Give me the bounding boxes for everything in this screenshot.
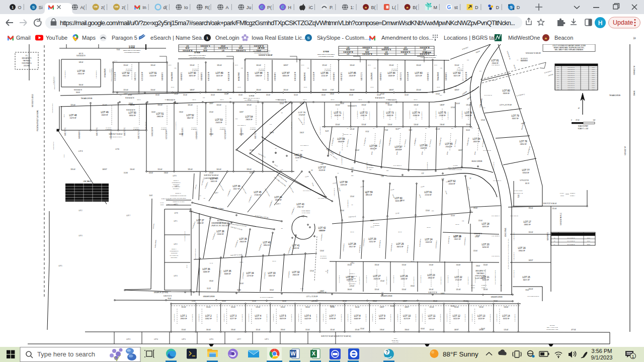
svg-text:N 00°32'38" E: N 00°32'38" E <box>464 314 466 321</box>
svg-text:13376 SF: 13376 SF <box>340 184 347 186</box>
svg-text:12.57': 12.57' <box>587 244 591 245</box>
svg-text:24118 SF: 24118 SF <box>478 318 485 320</box>
svg-text:N 00°32'38" E: N 00°32'38" E <box>415 314 417 321</box>
svg-text:115.00': 115.00' <box>389 64 394 66</box>
svg-text:70.00': 70.00' <box>437 86 440 88</box>
svg-text:125.00': 125.00' <box>192 300 196 302</box>
svg-text:S 89°27'22" E 115.00': S 89°27'22" E 115.00' <box>527 296 539 297</box>
svg-text:18607 SF: 18607 SF <box>187 117 193 119</box>
svg-text:UTILITIES: UTILITIES <box>24 65 30 67</box>
svg-text:S 00°32'38" W: S 00°32'38" W <box>254 45 264 47</box>
svg-text:16' UTILITY: 16' UTILITY <box>220 127 226 128</box>
svg-text:DEDICATED TO: DEDICATED TO <box>475 270 486 272</box>
svg-text:95.00': 95.00' <box>63 154 65 157</box>
svg-text:P.: P. <box>330 5 333 10</box>
svg-text:4.00': 4.00' <box>280 169 283 170</box>
svg-text:73.06': 73.06' <box>385 129 388 131</box>
svg-text:FOR STREET &: FOR STREET & <box>22 62 32 64</box>
svg-text:A: A <box>226 5 229 10</box>
svg-text:FOR STREET & UTILITES: FOR STREET & UTILITES <box>421 57 436 58</box>
svg-text:LOT 64: LOT 64 <box>472 138 480 140</box>
svg-text:Amendment to clos...: Amendment to clos... <box>381 35 433 41</box>
svg-text:16486 SF: 16486 SF <box>203 271 209 273</box>
svg-text:125.00': 125.00' <box>209 133 214 135</box>
svg-text:LOT 89: LOT 89 <box>215 72 223 74</box>
svg-text:125.00': 125.00' <box>209 172 214 174</box>
svg-text:S 00°00'00" E: S 00°00'00" E <box>347 200 349 208</box>
svg-text:N 90°00'00" E: N 90°00'00" E <box>341 157 343 165</box>
svg-text:16' UTILITY: 16' UTILITY <box>106 127 112 128</box>
svg-text:EASEMENT: EASEMENT <box>521 60 528 62</box>
svg-text:135.00': 135.00' <box>374 264 379 266</box>
svg-text:LOT 33: LOT 33 <box>268 272 276 275</box>
svg-text:C20: C20 <box>321 163 324 165</box>
svg-text:N 00°32'38" W: N 00°32'38" W <box>421 111 423 120</box>
svg-text:N 00°32'38" E: N 00°32'38" E <box>216 314 218 321</box>
svg-text:PEOSTA STREET (66' ROW): PEOSTA STREET (66' ROW) <box>37 110 39 131</box>
svg-text:21238 SF: 21238 SF <box>295 157 301 159</box>
svg-text:14': 14' <box>517 59 519 61</box>
svg-text:33489 SF: 33489 SF <box>224 273 230 275</box>
svg-text:115.00': 115.00' <box>451 215 455 217</box>
svg-text:LOT 78: LOT 78 <box>519 140 527 143</box>
svg-text:120.00': 120.00' <box>216 104 221 106</box>
svg-text:S 89°27'22" E: S 89°27'22" E <box>134 72 136 81</box>
svg-text:130.00': 130.00' <box>164 172 169 174</box>
svg-text:LOT 35: LOT 35 <box>223 270 231 273</box>
svg-text:RIDGE SUB: RIDGE SUB <box>171 252 178 253</box>
svg-text:125.00': 125.00' <box>70 104 75 106</box>
svg-text:2644.45': 2644.45' <box>633 90 635 96</box>
svg-text:N 00°32'38" E: N 00°32'38" E <box>192 314 193 321</box>
svg-text:125.00': 125.00' <box>192 99 196 100</box>
svg-text:N 00°32'38" W: N 00°32'38" W <box>223 313 225 322</box>
svg-text:C22: C22 <box>422 172 424 174</box>
svg-text:DEDICATED TO THE PUBLIC: DEDICATED TO THE PUBLIC <box>317 54 335 55</box>
svg-text:16.45': 16.45' <box>149 195 153 197</box>
svg-text:115.00': 115.00' <box>349 94 354 96</box>
svg-text:125.00': 125.00' <box>137 99 141 100</box>
svg-text:N 00°32'38" E: N 00°32'38" E <box>341 72 343 80</box>
svg-text:S 19°32'38" W: S 19°32'38" W <box>237 125 246 126</box>
svg-text:130.00': 130.00' <box>440 124 445 126</box>
svg-text:GINGERBREAD RIDGE SUB: GINGERBREAD RIDGE SUB <box>170 195 186 197</box>
svg-text:16655 SF: 16655 SF <box>210 180 217 183</box>
svg-text:151.63': 151.63' <box>435 128 440 130</box>
svg-text:90' ROW: 90' ROW <box>453 165 458 166</box>
svg-text:16' UTILITY: 16' UTILITY <box>161 127 167 128</box>
svg-text:Si: Si <box>39 5 43 10</box>
svg-text:S 19°32'38" W: S 19°32'38" W <box>267 72 269 81</box>
svg-text:140.00': 140.00' <box>151 111 156 113</box>
svg-text:28337 SF: 28337 SF <box>473 141 479 143</box>
svg-text:N 00°32'38" E: N 00°32'38" E <box>266 314 268 321</box>
svg-text:30674 SF: 30674 SF <box>396 246 403 248</box>
svg-text:16' UTILITY EASEMENT: 16' UTILITY EASEMENT <box>260 297 274 298</box>
svg-text:N 00°32'38" E: N 00°32'38" E <box>492 64 500 66</box>
svg-text:C13: C13 <box>472 89 474 91</box>
svg-text:LOT 5: LOT 5 <box>58 265 62 267</box>
svg-text:1: 1 <box>206 36 209 40</box>
svg-text:Beacon: Beacon <box>554 35 573 41</box>
svg-text:136.23': 136.23' <box>300 132 304 134</box>
svg-text:70.00': 70.00' <box>304 86 307 88</box>
svg-text:LOT 1: LOT 1 <box>181 315 187 317</box>
svg-text:LOT 82: LOT 82 <box>453 72 461 74</box>
svg-text:LOT 3: LOT 3 <box>126 338 130 340</box>
svg-text:N 00°32'38" E: N 00°32'38" E <box>365 314 367 321</box>
svg-text:43.12': 43.12' <box>592 73 595 74</box>
svg-text:MATCH: MATCH <box>160 202 164 203</box>
svg-text:LOT 1: LOT 1 <box>175 186 179 188</box>
svg-text:S 19°32'38" W: S 19°32'38" W <box>492 215 500 217</box>
svg-text:LOT 8: LOT 8 <box>174 212 178 214</box>
svg-text:Update: Update <box>613 19 633 26</box>
svg-text:N 90°00'00" E: N 90°00'00" E <box>74 89 82 91</box>
svg-text:125.00': 125.00' <box>403 49 408 51</box>
svg-text:st: st <box>454 5 458 10</box>
svg-text:130.00': 130.00' <box>206 329 211 331</box>
svg-text:115.00': 115.00' <box>335 124 340 126</box>
svg-text:53.25': 53.25' <box>409 129 413 131</box>
svg-text:125.00': 125.00' <box>303 99 307 100</box>
svg-text:N 00°32'38" E: N 00°32'38" E <box>447 112 449 120</box>
svg-text:L38: L38 <box>462 79 464 81</box>
svg-text:LOT 36: LOT 36 <box>202 268 210 270</box>
svg-text:Maps: Maps <box>82 35 96 41</box>
